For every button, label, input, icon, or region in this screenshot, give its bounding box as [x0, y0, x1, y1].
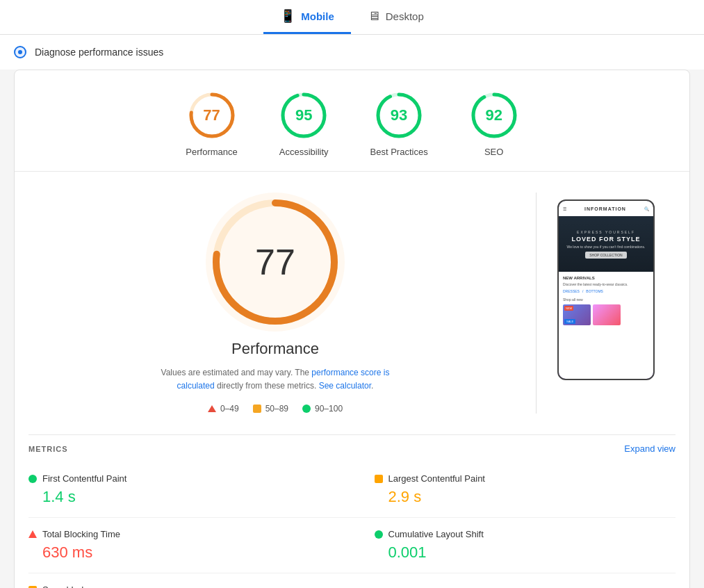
- metric-fcp: First Contentful Paint 1.4 s: [28, 462, 352, 518]
- phone-hero-sub: We love to show you if you can't find co…: [567, 245, 646, 249]
- score-num-accessibility: 95: [295, 106, 312, 124]
- phone-body: NEW ARRIVALS Discover the latest ready-t…: [559, 272, 653, 379]
- tab-mobile[interactable]: 📱 Mobile: [263, 0, 351, 34]
- phone-search-icon: 🔍: [644, 206, 649, 211]
- left-section: 77 Performance Values are estimated and …: [35, 193, 515, 414]
- metric-fcp-header: First Contentful Paint: [28, 473, 341, 484]
- metric-fcp-indicator: [28, 475, 37, 483]
- phone-image-2: [593, 304, 621, 325]
- metric-lcp-value: 2.9 s: [375, 488, 665, 506]
- phone-hero-btn: SHOP COLLECTION: [585, 252, 626, 259]
- score-item-performance: 77 Performance: [186, 91, 237, 157]
- tab-desktop[interactable]: 🖥 Desktop: [351, 0, 441, 34]
- score-num-best-practices: 93: [391, 106, 407, 124]
- score-label-seo: SEO: [484, 147, 503, 157]
- diagnose-bar: Diagnose performance issues: [0, 35, 704, 70]
- note-prefix: Values are estimated and may vary. The: [161, 368, 312, 377]
- metric-si-name: Speed Index: [42, 585, 93, 588]
- metric-tbt-header: Total Blocking Time: [28, 529, 341, 539]
- score-item-accessibility: 95 Accessibility: [279, 91, 329, 157]
- legend-red-icon: [208, 405, 216, 412]
- phone-hero: EXPRESS YOURSELF LOVED FOR STYLE We love…: [559, 216, 653, 272]
- metric-lcp: Largest Contentful Paint 2.9 s: [352, 462, 676, 518]
- metric-cls-name: Cumulative Layout Shift: [388, 529, 484, 539]
- metrics-section: METRICS Expand view First Contentful Pai…: [15, 434, 689, 588]
- legend-orange-label: 50–89: [265, 404, 288, 414]
- phone-links: DRESSES / BOTTOMS: [563, 289, 649, 293]
- metric-lcp-header: Largest Contentful Paint: [375, 473, 665, 484]
- score-label-best-practices: Best Practices: [370, 147, 428, 157]
- metric-cls-indicator: [375, 530, 383, 539]
- phone-header: ☰ INFORMATION 🔍: [559, 201, 653, 216]
- phone-link-sep: /: [582, 289, 583, 293]
- phone-hero-sub-line: EXPRESS YOURSELF: [577, 230, 635, 234]
- metrics-header: METRICS Expand view: [28, 434, 676, 462]
- big-score-num: 77: [255, 241, 295, 283]
- metric-cls-header: Cumulative Layout Shift: [375, 529, 665, 539]
- legend-green-icon: [302, 405, 311, 413]
- scores-row: 77 Performance 95 Accessibility: [15, 70, 689, 172]
- metric-tbt-indicator: [28, 530, 37, 538]
- score-num-seo: 92: [485, 106, 502, 124]
- note-mid: directly from these metrics.: [215, 381, 319, 391]
- top-bar: 📱 Mobile 🖥 Desktop: [0, 0, 704, 35]
- legend-red: 0–49: [208, 404, 239, 414]
- phone-link-bottoms: BOTTOMS: [586, 289, 603, 293]
- metric-si-header: Speed Index: [28, 585, 341, 588]
- metric-si: Speed Index 4.5 s: [28, 573, 352, 588]
- metric-cls-value: 0.001: [375, 544, 665, 562]
- score-label-performance: Performance: [186, 147, 237, 157]
- phone-images: NEW SALE: [563, 304, 649, 325]
- metric-fcp-value: 1.4 s: [28, 488, 341, 506]
- phone-image-1: NEW SALE: [563, 304, 591, 325]
- mobile-icon: 📱: [280, 8, 295, 24]
- metric-lcp-name: Largest Contentful Paint: [388, 473, 485, 484]
- phone-new-arrivals: NEW ARRIVALS: [563, 276, 649, 280]
- legend-orange-icon: [253, 405, 261, 413]
- content-area: 77 Performance Values are estimated and …: [15, 172, 689, 434]
- score-label-accessibility: Accessibility: [279, 147, 329, 157]
- legend-green-label: 90–100: [315, 404, 343, 414]
- legend: 0–49 50–89 90–100: [208, 404, 343, 414]
- metrics-grid: First Contentful Paint 1.4 s Largest Con…: [28, 462, 676, 588]
- score-circle-accessibility: 95: [279, 91, 328, 140]
- legend-red-label: 0–49: [220, 404, 239, 414]
- calculator-link[interactable]: See calculator: [319, 381, 371, 391]
- diagnose-label: Diagnose performance issues: [35, 47, 163, 58]
- score-circle-performance: 77: [188, 91, 236, 140]
- diagnose-dot: [14, 46, 26, 58]
- metric-fcp-name: First Contentful Paint: [42, 473, 126, 484]
- perf-title: Performance: [231, 340, 319, 358]
- metrics-title: METRICS: [28, 445, 68, 453]
- legend-orange: 50–89: [253, 404, 288, 414]
- phone-hero-title: LOVED FOR STYLE: [571, 236, 640, 243]
- score-item-seo: 92 SEO: [470, 91, 518, 157]
- score-num-performance: 77: [203, 106, 220, 124]
- expand-view-button[interactable]: Expand view: [624, 443, 676, 454]
- phone-screen: ☰ INFORMATION 🔍 EXPRESS YOURSELF LOVED F…: [559, 201, 653, 379]
- score-circle-seo: 92: [470, 91, 518, 140]
- right-section: ☰ INFORMATION 🔍 EXPRESS YOURSELF LOVED F…: [557, 193, 669, 414]
- phone-brand: INFORMATION: [584, 206, 626, 211]
- phone-menu-icon: ☰: [563, 206, 566, 211]
- main-card: 77 Performance 95 Accessibility: [14, 70, 690, 588]
- metric-tbt-name: Total Blocking Time: [42, 529, 120, 539]
- phone-shop-all: Shop all new: [563, 297, 649, 302]
- phone-mockup: ☰ INFORMATION 🔍 EXPRESS YOURSELF LOVED F…: [557, 199, 655, 380]
- legend-green: 90–100: [302, 404, 343, 414]
- score-circle-best-practices: 93: [375, 91, 423, 140]
- score-item-best-practices: 93 Best Practices: [370, 91, 428, 157]
- big-circle-container: 77: [206, 193, 345, 332]
- phone-link-dresses: DRESSES: [563, 289, 580, 293]
- divider-vertical: [536, 193, 537, 414]
- metric-tbt: Total Blocking Time 630 ms: [28, 518, 352, 573]
- metric-tbt-value: 630 ms: [28, 544, 341, 562]
- metric-lcp-indicator: [375, 475, 383, 483]
- perf-note: Values are estimated and may vary. The p…: [143, 366, 407, 393]
- metric-cls: Cumulative Layout Shift 0.001: [352, 518, 676, 573]
- note-suffix: .: [371, 381, 373, 391]
- phone-discover: Discover the latest ready-to-wear classi…: [563, 282, 649, 286]
- desktop-icon: 🖥: [368, 9, 380, 24]
